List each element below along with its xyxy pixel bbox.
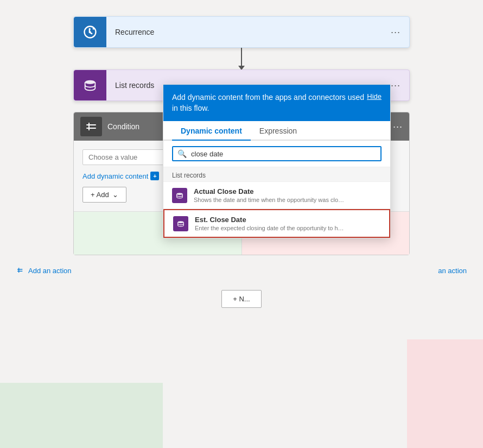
panel-tabs: Dynamic content Expression <box>163 121 390 141</box>
dynamic-content-panel: Add dynamic content from the apps and co… <box>163 84 391 238</box>
condition-menu[interactable]: ··· <box>393 121 403 132</box>
panel-search: 🔍 <box>163 141 390 167</box>
list-item-est-close-date[interactable]: Est. Close Date Enter the expected closi… <box>163 209 390 238</box>
new-step-area: + N... <box>221 290 261 308</box>
new-step-label: + N... <box>233 295 250 303</box>
flow-canvas: Recurrence ··· List records ··· <box>0 0 483 448</box>
add-action-left-icon <box>16 266 25 275</box>
yes-branch-bg <box>0 383 163 448</box>
svg-rect-2 <box>86 124 96 125</box>
est-close-date-text: Est. Close Date Enter the expected closi… <box>195 216 380 231</box>
add-action-right-label: an action <box>438 267 467 275</box>
actual-close-date-icon <box>172 188 187 203</box>
add-button[interactable]: + Add ⌄ <box>82 187 126 203</box>
actual-close-date-text: Actual Close Date Shows the date and tim… <box>194 187 382 203</box>
svg-rect-5 <box>17 269 22 269</box>
panel-header-text: Add dynamic content from the apps and co… <box>172 92 367 113</box>
list-item-actual-close-date[interactable]: Actual Close Date Shows the date and tim… <box>163 182 390 209</box>
svg-point-9 <box>178 221 184 223</box>
arrow-1 <box>241 48 242 70</box>
search-icon: 🔍 <box>177 149 187 158</box>
panel-section-label: List records <box>163 167 390 182</box>
add-dynamic-plus-badge: + <box>150 172 159 180</box>
est-close-date-desc: Enter the expected closing date of the o… <box>195 225 347 231</box>
add-action-right[interactable]: an action <box>438 267 467 275</box>
new-step-button[interactable]: + N... <box>221 290 261 308</box>
add-button-label: + Add <box>91 191 109 199</box>
search-wrapper: 🔍 <box>172 146 382 161</box>
condition-icon <box>80 117 102 136</box>
svg-point-8 <box>177 193 183 195</box>
add-chevron-icon: ⌄ <box>112 191 118 199</box>
panel-hide-button[interactable]: Hide <box>367 92 382 100</box>
actual-close-date-desc: Shows the date and time when the opportu… <box>194 197 346 203</box>
recurrence-icon <box>74 17 106 47</box>
svg-point-0 <box>89 31 91 33</box>
tab-expression[interactable]: Expression <box>251 121 306 141</box>
recurrence-menu[interactable]: ··· <box>382 27 409 38</box>
actual-close-date-title: Actual Close Date <box>194 187 382 195</box>
add-dynamic-text: Add dynamic content <box>82 172 148 180</box>
svg-point-1 <box>85 80 96 84</box>
recurrence-title: Recurrence <box>106 28 382 36</box>
search-input[interactable] <box>191 150 376 158</box>
est-close-date-title: Est. Close Date <box>195 216 380 224</box>
no-branch-bg <box>407 339 483 448</box>
listrecords-icon <box>74 70 106 100</box>
panel-header: Add dynamic content from the apps and co… <box>163 85 390 121</box>
add-action-row: Add an action an action <box>0 260 483 281</box>
svg-rect-6 <box>17 271 22 272</box>
tab-dynamic-content[interactable]: Dynamic content <box>172 121 251 141</box>
svg-rect-3 <box>86 128 96 129</box>
add-action-left[interactable]: Add an action <box>16 266 72 275</box>
est-close-date-icon <box>173 216 188 231</box>
recurrence-card: Recurrence ··· <box>73 16 410 48</box>
add-action-left-label: Add an action <box>28 267 72 275</box>
